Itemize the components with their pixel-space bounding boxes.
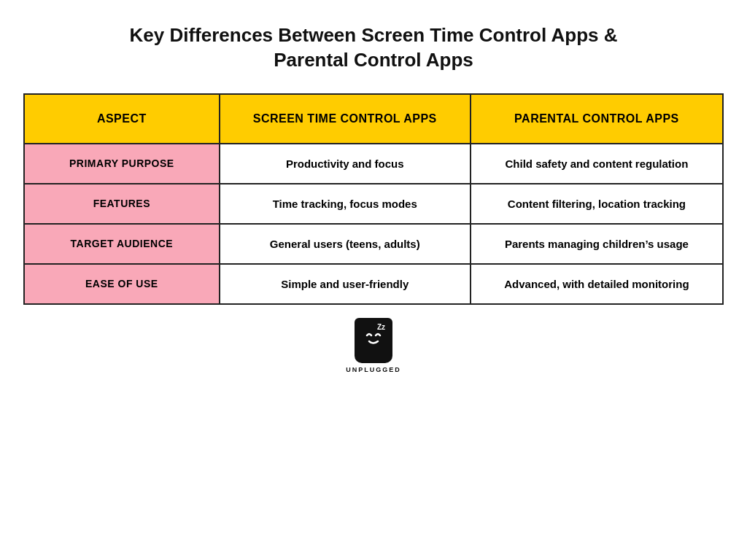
screen-time-primary-purpose: Productivity and focus: [220, 144, 471, 183]
parental-primary-purpose: Child safety and content regulation: [471, 144, 722, 183]
table-header-row: ASPECT SCREEN TIME CONTROL APPS PARENTAL…: [25, 95, 722, 144]
aspect-target-audience: TARGET AUDIENCE: [25, 225, 220, 263]
parental-ease-of-use: Advanced, with detailed monitoring: [471, 265, 722, 303]
table-row-ease-of-use: EASE OF USE Simple and user-friendly Adv…: [25, 265, 722, 303]
header-parental: PARENTAL CONTROL APPS: [471, 95, 722, 143]
logo-container: Zz UNPLUGGED: [346, 318, 401, 373]
screen-time-target-audience: General users (teens, adults): [220, 225, 471, 263]
aspect-features: FEATURES: [25, 184, 220, 223]
screen-time-ease-of-use: Simple and user-friendly: [220, 265, 471, 303]
comparison-table: ASPECT SCREEN TIME CONTROL APPS PARENTAL…: [23, 93, 724, 305]
table-row-features: FEATURES Time tracking, focus modes Cont…: [25, 184, 722, 225]
header-aspect: ASPECT: [25, 95, 220, 143]
logo-icon: Zz: [355, 318, 392, 363]
parental-target-audience: Parents managing children’s usage: [471, 225, 722, 263]
table-row-target-audience: TARGET AUDIENCE General users (teens, ad…: [25, 225, 722, 265]
parental-features: Content filtering, location tracking: [471, 184, 722, 223]
logo-face: Zz: [360, 321, 387, 359]
screen-time-features: Time tracking, focus modes: [220, 184, 471, 223]
header-screen-time: SCREEN TIME CONTROL APPS: [220, 95, 471, 143]
aspect-primary-purpose: PRIMARY PURPOSE: [25, 144, 220, 183]
table-row-primary-purpose: PRIMARY PURPOSE Productivity and focus C…: [25, 144, 722, 184]
svg-text:Zz: Zz: [377, 323, 385, 331]
footer: Zz UNPLUGGED: [346, 318, 401, 373]
logo-text: UNPLUGGED: [346, 366, 401, 373]
aspect-ease-of-use: EASE OF USE: [25, 265, 220, 303]
page-title: Key Differences Between Screen Time Cont…: [130, 23, 618, 73]
